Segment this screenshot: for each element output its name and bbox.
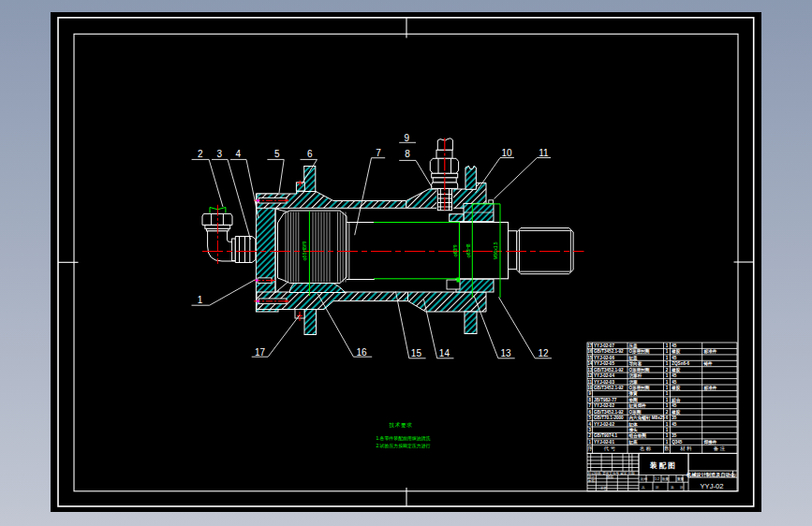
svg-text:导向套: 导向套 — [629, 360, 642, 367]
svg-text:15: 15 — [587, 356, 593, 360]
svg-text:1: 1 — [666, 356, 669, 360]
svg-text:1: 1 — [666, 386, 669, 390]
svg-text:1: 1 — [666, 398, 669, 402]
svg-text:1: 1 — [666, 391, 669, 396]
svg-text:5: 5 — [588, 416, 591, 420]
svg-text:JB/T982-77: JB/T982-77 — [594, 398, 617, 402]
svg-text:45: 45 — [672, 403, 677, 408]
svg-text:GB/T9074.1: GB/T9074.1 — [594, 433, 617, 438]
svg-text:3: 3 — [216, 149, 222, 159]
svg-text:4: 4 — [588, 422, 591, 427]
svg-text:1:2: 1:2 — [655, 477, 659, 481]
svg-text:数: 数 — [664, 446, 670, 451]
svg-text:重量: 重量 — [677, 476, 685, 481]
svg-text:O形密封圈: O形密封圈 — [629, 385, 650, 391]
svg-text:2: 2 — [666, 410, 669, 415]
svg-text:6: 6 — [666, 416, 669, 420]
svg-text:GB/T3452.1-92: GB/T3452.1-92 — [594, 349, 624, 354]
svg-text:1: 1 — [666, 433, 669, 438]
svg-text:1: 1 — [666, 403, 669, 408]
svg-text:11: 11 — [587, 380, 592, 385]
svg-text:橡胶: 橡胶 — [671, 348, 681, 355]
svg-text:45: 45 — [672, 343, 677, 348]
svg-text:压盖: 压盖 — [628, 343, 639, 349]
svg-text:ZQSn6-6: ZQSn6-6 — [672, 361, 689, 366]
svg-text:13: 13 — [500, 348, 511, 358]
svg-text:GB/T70.1-2000: GB/T70.1-2000 — [594, 416, 624, 420]
svg-text:GB/T3452.1-92: GB/T3452.1-92 — [594, 386, 624, 390]
svg-text:45: 45 — [672, 373, 677, 378]
svg-text:GB/T3452.1-92: GB/T3452.1-92 — [594, 368, 624, 373]
svg-text:橡胶: 橡胶 — [671, 409, 681, 416]
svg-text:1: 1 — [666, 380, 669, 385]
svg-text:1: 1 — [666, 343, 669, 348]
svg-text:缸体: 缸体 — [628, 422, 639, 427]
svg-text:12: 12 — [587, 373, 593, 378]
svg-text:O形圈: O形圈 — [629, 409, 642, 416]
svg-text:接头: 接头 — [628, 428, 639, 432]
svg-text:2.试验压力按额定压力进行: 2.试验压力按额定压力进行 — [376, 443, 431, 449]
svg-text:弹簧: 弹簧 — [628, 390, 639, 397]
svg-text:校核: 校核 — [606, 475, 614, 479]
svg-text:张: 张 — [680, 486, 684, 489]
svg-text:GB/T3452.1-92: GB/T3452.1-92 — [594, 410, 624, 415]
svg-text:35: 35 — [672, 416, 677, 420]
svg-text:Q345: Q345 — [672, 440, 683, 445]
svg-text:1.各零件装配前用煤油清洗: 1.各零件装配前用煤油清洗 — [376, 435, 431, 442]
svg-text:技术要求: 技术要求 — [389, 422, 413, 429]
svg-text:机械设计制造及自动化: 机械设计制造及自动化 — [686, 472, 736, 478]
svg-text:张: 张 — [656, 486, 659, 489]
svg-text:M56x1.5: M56x1.5 — [493, 241, 498, 259]
svg-text:1: 1 — [588, 440, 591, 445]
svg-text:缸筒焊件: 缸筒焊件 — [628, 402, 647, 409]
svg-text:10: 10 — [501, 148, 512, 158]
svg-text:φ63H8: φ63H8 — [465, 243, 471, 257]
svg-text:15: 15 — [411, 348, 422, 358]
svg-text:5: 5 — [274, 149, 280, 159]
svg-text:焊接件: 焊接件 — [703, 439, 717, 445]
svg-text:14: 14 — [439, 348, 450, 358]
svg-text:9: 9 — [588, 391, 591, 396]
svg-text:活塞: 活塞 — [629, 379, 639, 386]
svg-text:17: 17 — [255, 347, 266, 358]
svg-text:1: 1 — [666, 361, 669, 366]
svg-text:12: 12 — [538, 348, 549, 358]
svg-text:橡胶: 橡胶 — [671, 367, 681, 373]
svg-text:45: 45 — [672, 356, 677, 360]
svg-text:6: 6 — [588, 410, 591, 415]
svg-text:张: 张 — [733, 474, 737, 477]
svg-text:缸底: 缸底 — [628, 439, 639, 445]
svg-text:YYJ-02-04: YYJ-02-04 — [594, 373, 614, 378]
svg-text:9: 9 — [405, 133, 410, 143]
svg-text:材 料: 材 料 — [679, 446, 692, 452]
svg-text:4: 4 — [235, 149, 241, 159]
svg-text:6: 6 — [307, 149, 313, 159]
svg-text:45: 45 — [672, 380, 677, 385]
svg-text:YYJ-02-05: YYJ-02-05 — [594, 361, 614, 366]
svg-text:名 称: 名 称 — [640, 446, 652, 451]
svg-text:序: 序 — [587, 446, 593, 452]
svg-text:φ63f9: φ63f9 — [452, 244, 458, 256]
svg-text:10: 10 — [587, 386, 593, 390]
svg-text:垫圈: 垫圈 — [628, 397, 639, 403]
svg-text:YYJ-02-06: YYJ-02-06 — [594, 356, 614, 360]
svg-text:YYJ-02-07: YYJ-02-07 — [594, 343, 614, 348]
svg-text:1: 1 — [198, 295, 203, 305]
svg-text:YYJ-02-03: YYJ-02-03 — [594, 380, 614, 385]
svg-text:审核: 审核 — [588, 478, 596, 483]
svg-text:1: 1 — [666, 349, 669, 354]
svg-text:共: 共 — [642, 486, 645, 489]
svg-text:16: 16 — [356, 347, 367, 358]
svg-text:2: 2 — [198, 149, 203, 159]
svg-text:缸盖: 缸盖 — [628, 355, 639, 361]
svg-text:装配图: 装配图 — [649, 461, 677, 470]
svg-text:17: 17 — [587, 343, 593, 348]
svg-text:1: 1 — [666, 428, 669, 432]
svg-text:1: 1 — [666, 440, 669, 445]
svg-text:8: 8 — [588, 398, 591, 402]
svg-text:活塞杆: 活塞杆 — [629, 373, 642, 379]
svg-text:比例: 比例 — [641, 477, 648, 481]
svg-text:1: 1 — [666, 373, 669, 378]
svg-text:工艺: 工艺 — [600, 487, 608, 490]
svg-text:2: 2 — [588, 433, 591, 438]
